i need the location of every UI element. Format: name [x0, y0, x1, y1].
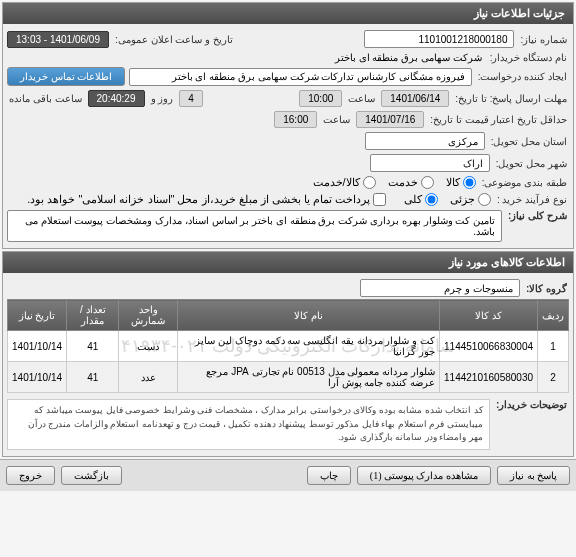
requester-label: ایجاد کننده درخواست:	[476, 71, 569, 82]
radio-service-label: خدمت	[388, 176, 418, 189]
th-date: تاریخ نیاز	[8, 300, 67, 331]
th-code: کد کالا	[440, 300, 538, 331]
th-row: ردیف	[538, 300, 569, 331]
radio-goods[interactable]: کالا	[446, 176, 476, 189]
province-label: استان محل تحویل:	[489, 136, 569, 147]
panel2-header: اطلاعات کالاهای مورد نیاز	[3, 252, 573, 273]
cell-unit: دست	[119, 331, 178, 362]
radio-service-input[interactable]	[421, 176, 434, 189]
radio-goods-input[interactable]	[463, 176, 476, 189]
classification-label: طبقه بندی موضوعی:	[480, 177, 569, 188]
overall-description: تامین کت وشلوار بهره برداری شرکت برق منط…	[7, 210, 502, 242]
contact-buyer-button[interactable]: اطلاعات تماس خریدار	[7, 67, 125, 86]
overall-label: شرح کلی نیاز:	[506, 210, 569, 221]
th-unit: واحد شمارش	[119, 300, 178, 331]
cell-qty: 41	[67, 362, 119, 393]
cell-code: 1144510066830004	[440, 331, 538, 362]
cell-name: کت و شلوار مردانه یقه انگلیسی سه دکمه دو…	[178, 331, 440, 362]
radio-both[interactable]: کالا/خدمت	[313, 176, 376, 189]
deadline-label: مهلت ارسال پاسخ: تا تاریخ:	[453, 93, 569, 104]
remaining-label: ساعت باقی مانده	[7, 93, 84, 104]
respond-button[interactable]: پاسخ به نیاز	[497, 466, 570, 485]
city-label: شهر محل تحویل:	[494, 158, 569, 169]
day-label: روز و	[149, 93, 176, 104]
announce-value: 1401/06/09 - 13:03	[7, 31, 109, 48]
cell-idx: 1	[538, 331, 569, 362]
deadline-time-label: ساعت	[346, 93, 377, 104]
payment-checkbox-input[interactable]	[373, 193, 386, 206]
th-name: نام کالا	[178, 300, 440, 331]
price-valid-label: حداقل تاریخ اعتبار قیمت تا تاریخ:	[428, 114, 569, 125]
group-label: گروه کالا:	[524, 283, 569, 294]
price-valid-time-label: ساعت	[321, 114, 352, 125]
announce-label: تاریخ و ساعت اعلان عمومی:	[113, 34, 235, 45]
radio-service[interactable]: خدمت	[388, 176, 434, 189]
radio-both-input[interactable]	[363, 176, 376, 189]
cell-date: 1401/10/14	[8, 331, 67, 362]
need-number-label: شماره نیاز:	[518, 34, 569, 45]
payment-note: پرداخت تمام یا بخشی از مبلغ خرید،از محل …	[27, 193, 370, 206]
radio-full[interactable]: کلی	[404, 193, 438, 206]
payment-checkbox[interactable]: پرداخت تمام یا بخشی از مبلغ خرید،از محل …	[27, 193, 386, 206]
cell-date: 1401/10/14	[8, 362, 67, 393]
requester-value: فیروزه مشگانی کارشناس تدارکات شرکت سهامی…	[129, 68, 472, 86]
radio-partial-input[interactable]	[478, 193, 491, 206]
radio-partial-label: جزئی	[450, 193, 475, 206]
buyer-label: نام دستگاه خریدار:	[488, 52, 569, 63]
cell-idx: 2	[538, 362, 569, 393]
table-row: 2 1144210160580030 شلوار مردانه معمولی م…	[8, 362, 569, 393]
radio-full-input[interactable]	[425, 193, 438, 206]
attachments-button[interactable]: مشاهده مدارک پیوستی (1)	[357, 466, 491, 485]
cell-qty: 41	[67, 331, 119, 362]
radio-both-label: کالا/خدمت	[313, 176, 360, 189]
radio-goods-label: کالا	[446, 176, 460, 189]
buyer-explanation: کد انتخاب شده مشابه بوده وکالای درخواستی…	[7, 399, 490, 450]
radio-partial[interactable]: جزئی	[450, 193, 491, 206]
panel1-header: جزئیات اطلاعات نیاز	[3, 3, 573, 24]
days-remaining: 4	[179, 90, 203, 107]
button-bar: پاسخ به نیاز مشاهده مدارک پیوستی (1) چاپ…	[0, 459, 576, 491]
exit-button[interactable]: خروج	[6, 466, 55, 485]
cell-code: 1144210160580030	[440, 362, 538, 393]
th-qty: تعداد / مقدار	[67, 300, 119, 331]
back-button[interactable]: بازگشت	[61, 466, 122, 485]
need-number-value: 1101001218000180	[364, 30, 514, 48]
deadline-time: 10:00	[299, 90, 342, 107]
city-value: اراک	[370, 154, 490, 172]
cell-name: شلوار مردانه معمولی مدل 00513 نام تجارتی…	[178, 362, 440, 393]
price-valid-time: 16:00	[274, 111, 317, 128]
items-table: ردیف کد کالا نام کالا واحد شمارش تعداد /…	[7, 299, 569, 393]
group-value: منسوجات و چرم	[360, 279, 520, 297]
table-row: 1 1144510066830004 کت و شلوار مردانه یقه…	[8, 331, 569, 362]
print-button[interactable]: چاپ	[307, 466, 351, 485]
explain-label: توضیحات خریدار:	[494, 399, 569, 410]
radio-full-label: کلی	[404, 193, 422, 206]
process-label: نوع فرآیند خرید :	[495, 194, 569, 205]
countdown-value: 20:40:29	[88, 90, 145, 107]
deadline-date: 1401/06/14	[381, 90, 449, 107]
cell-unit: عدد	[119, 362, 178, 393]
province-value: مرکزی	[365, 132, 485, 150]
buyer-value: شرکت سهامی برق منطقه ای باختر	[333, 52, 484, 63]
price-valid-date: 1401/07/16	[356, 111, 424, 128]
